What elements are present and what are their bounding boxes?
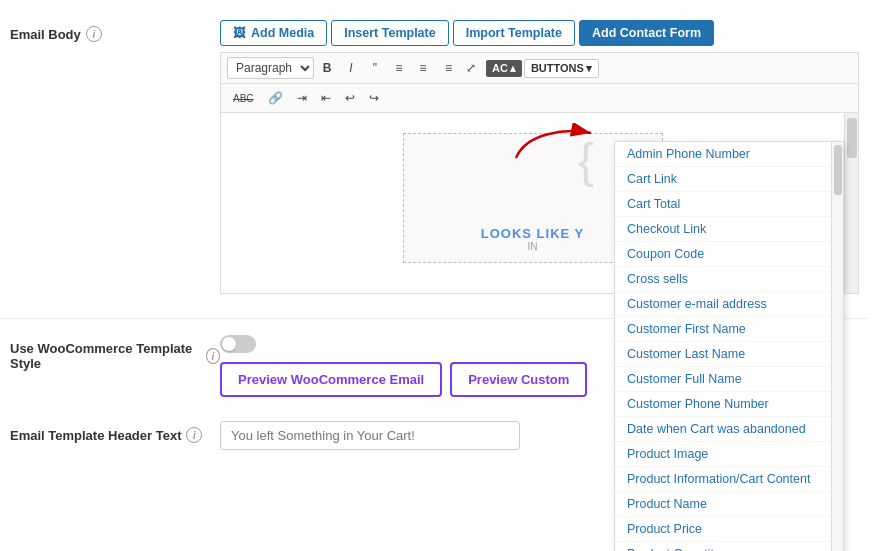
dropdown-item-product-price[interactable]: Product Price — [615, 517, 831, 542]
dropdown-scrollbar[interactable] — [831, 142, 843, 551]
dropdown-item-customer-email[interactable]: Customer e-mail address — [615, 292, 831, 317]
dropdown-item-customer-first[interactable]: Customer First Name — [615, 317, 831, 342]
toolbar-buttons-row: 🖼 Add Media Insert Template Import Templ… — [220, 20, 859, 46]
editor-looks-like: LOOKS LIKE Y — [481, 226, 585, 241]
outdent-button[interactable]: ⇤ — [315, 88, 337, 108]
email-header-info-icon[interactable]: i — [186, 427, 202, 443]
email-body-label: Email Body — [10, 27, 81, 42]
dropdown-item-cart-link[interactable]: Cart Link — [615, 167, 831, 192]
dropdown-scroll-thumb — [834, 145, 842, 195]
email-header-label-col: Email Template Header Text i — [10, 421, 220, 443]
email-body-info-icon[interactable]: i — [86, 26, 102, 42]
dropdown-inner: Admin Phone Number Cart Link Cart Total … — [615, 142, 831, 551]
fullscreen-button[interactable]: ⤢ — [460, 58, 482, 78]
dropdown-item-customer-last[interactable]: Customer Last Name — [615, 342, 831, 367]
dropdown-item-coupon-code[interactable]: Coupon Code — [615, 242, 831, 267]
link-button[interactable]: 🔗 — [262, 88, 289, 108]
email-header-input[interactable] — [220, 421, 520, 450]
dropdown-item-product-info[interactable]: Product Information/Cart Content — [615, 467, 831, 492]
woocommerce-toggle[interactable] — [220, 335, 256, 353]
woocommerce-info-icon[interactable]: i — [206, 348, 220, 364]
dropdown-item-cart-total[interactable]: Cart Total — [615, 192, 831, 217]
editor-wrapper: Paragraph B I " ≡ ≡ ≡ ⤢ AC ▴ — [220, 52, 859, 294]
editor-sub: IN — [528, 241, 538, 252]
red-arrow-container — [506, 123, 596, 171]
red-arrow-svg — [506, 123, 596, 168]
preview-custom-button[interactable]: Preview Custom — [450, 362, 587, 397]
email-body-section: Email Body i 🖼 Add Media Insert Template… — [0, 20, 869, 294]
align-center-button[interactable]: ≡ — [412, 58, 434, 78]
editor-toolbar-row1: Paragraph B I " ≡ ≡ ≡ ⤢ AC ▴ — [221, 53, 858, 84]
italic-button[interactable]: I — [340, 58, 362, 78]
paragraph-select[interactable]: Paragraph — [227, 57, 314, 79]
indent-button[interactable]: ⇥ — [291, 88, 313, 108]
woocommerce-label-col: Use WooCommerce Template Style i — [10, 335, 220, 371]
preview-woocommerce-button[interactable]: Preview WooCommerce Email — [220, 362, 442, 397]
blockquote-button[interactable]: " — [364, 58, 386, 78]
dropdown-item-customer-full[interactable]: Customer Full Name — [615, 367, 831, 392]
buttons-toolbar-button[interactable]: BUTTONS ▾ — [524, 59, 599, 78]
ac-caret: ▴ — [510, 62, 516, 75]
ac-button[interactable]: AC ▴ — [486, 60, 522, 77]
dropdown-item-product-image[interactable]: Product Image — [615, 442, 831, 467]
align-right-button[interactable]: ≡ — [436, 58, 458, 78]
woocommerce-label: Use WooCommerce Template Style — [10, 341, 201, 371]
scrollbar-thumb — [847, 118, 857, 158]
add-media-icon: 🖼 — [233, 26, 246, 40]
align-left-button[interactable]: ≡ — [388, 58, 410, 78]
editor-toolbar-row2: ABC 🔗 ⇥ ⇤ ↩ ↪ — [221, 84, 858, 113]
ac-dropdown-menu: Admin Phone Number Cart Link Cart Total … — [614, 141, 844, 551]
ac-label: AC — [492, 62, 508, 74]
bold-button[interactable]: B — [316, 58, 338, 78]
dropdown-item-checkout-link[interactable]: Checkout Link — [615, 217, 831, 242]
email-body-label-col: Email Body i — [10, 20, 220, 42]
dropdown-item-product-quantity[interactable]: Product Quantity — [615, 542, 831, 551]
dropdown-item-date-abandoned[interactable]: Date when Cart was abandoned — [615, 417, 831, 442]
toggle-knob — [222, 337, 236, 351]
undo-button[interactable]: ↩ — [339, 88, 361, 108]
buttons-caret: ▾ — [586, 62, 592, 75]
email-body-content: 🖼 Add Media Insert Template Import Templ… — [220, 20, 859, 294]
dropdown-item-cross-sells[interactable]: Cross sells — [615, 267, 831, 292]
buttons-label: BUTTONS — [531, 62, 584, 74]
add-media-button[interactable]: 🖼 Add Media — [220, 20, 327, 46]
import-template-button[interactable]: Import Template — [453, 20, 575, 46]
dropdown-item-customer-phone[interactable]: Customer Phone Number — [615, 392, 831, 417]
editor-scrollbar[interactable] — [844, 113, 858, 293]
strikethrough-button[interactable]: ABC — [227, 90, 260, 107]
dropdown-item-admin-phone[interactable]: Admin Phone Number — [615, 142, 831, 167]
email-header-label: Email Template Header Text — [10, 428, 181, 443]
page-wrapper: Email Body i 🖼 Add Media Insert Template… — [0, 0, 889, 551]
dropdown-item-product-name[interactable]: Product Name — [615, 492, 831, 517]
add-contact-form-button[interactable]: Add Contact Form — [579, 20, 714, 46]
redo-button[interactable]: ↪ — [363, 88, 385, 108]
insert-template-button[interactable]: Insert Template — [331, 20, 448, 46]
